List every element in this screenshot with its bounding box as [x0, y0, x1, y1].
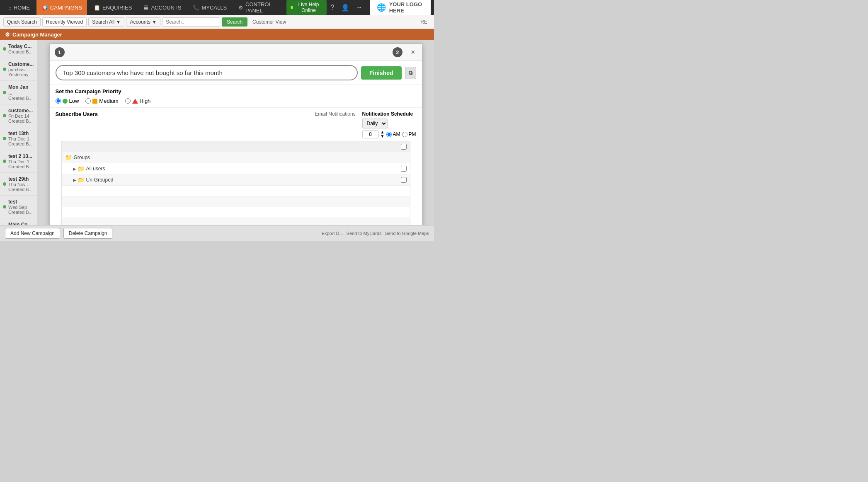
priority-low-option[interactable]: Low: [56, 98, 79, 104]
priority-high-option[interactable]: High: [125, 98, 151, 104]
user-button[interactable]: 👤: [339, 0, 352, 15]
priority-section-title: Set the Campaign Priority: [56, 88, 416, 94]
logout-button[interactable]: →: [354, 0, 365, 15]
campaign-item[interactable]: Custome... purchas... Yesterday: [0, 58, 37, 81]
campaign-title: Main Co...: [8, 222, 33, 225]
campaign-title: test 29th: [8, 176, 33, 182]
campaign-date: Yesterday: [8, 72, 33, 77]
time-down-arrow[interactable]: ▼: [381, 134, 385, 138]
campaign-item[interactable]: custome... Fri Dec 14 Created B...: [0, 104, 37, 127]
nav-campaigns[interactable]: 📢 CAMPAIGNS: [36, 0, 87, 15]
subscribe-title: Subscribe Users: [56, 111, 98, 117]
campaign-item[interactable]: Today C... Created B...: [0, 40, 37, 58]
tree-toggle[interactable]: ▶: [72, 166, 78, 172]
status-dot: [3, 91, 6, 94]
pm-option[interactable]: PM: [402, 131, 416, 137]
send-mycards-label: Send to MyCards: [347, 231, 382, 236]
tree-row-groups[interactable]: 📁 Groups: [62, 152, 410, 163]
cm-icon: ⚙: [5, 31, 10, 38]
help-button[interactable]: ?: [328, 0, 337, 15]
search-input[interactable]: [162, 17, 220, 27]
tree-row-all-users[interactable]: ▶ 📁 All users: [62, 163, 410, 174]
send-googlemaps-label: Send to Google Maps: [385, 231, 429, 236]
am-radio[interactable]: [386, 132, 392, 137]
mycalls-icon: 📞: [193, 5, 199, 11]
customer-view-link[interactable]: Customer View: [252, 19, 286, 25]
search-all-button[interactable]: Search All ▼: [88, 17, 124, 27]
medium-label: Medium: [99, 98, 118, 104]
campaign-title: Today C...: [8, 44, 33, 49]
campaign-item[interactable]: test Wed Sep Created B...: [0, 196, 37, 218]
delete-campaign-button[interactable]: Delete Campaign: [63, 228, 113, 239]
tree-row-ungrouped[interactable]: ▶ 📁 Un-Grouped: [62, 174, 410, 186]
pm-radio[interactable]: [402, 132, 407, 137]
modal-close-button[interactable]: ×: [409, 48, 417, 57]
priority-low-radio[interactable]: [56, 98, 61, 104]
app-container: ⌂ HOME 📢 CAMPAIGNS 📋 ENQUIRIES 🏛 ACCOUNT…: [0, 0, 434, 241]
medium-dot: [92, 99, 97, 104]
campaign-title: Mon Jan ...: [8, 84, 33, 96]
nav-home[interactable]: ⌂ HOME: [3, 0, 35, 15]
campaigns-left-panel: Today C... Created B... Custome... purch…: [0, 40, 37, 225]
recently-viewed-button[interactable]: Recently Viewed: [42, 17, 87, 27]
campaign-date: purchas...: [8, 67, 33, 72]
campaign-item[interactable]: Mon Jan ... Created B...: [0, 81, 37, 104]
content-area: Today C... Created B... Custome... purch…: [0, 40, 434, 225]
campaign-manager-header: ⚙ Campaign Manager: [0, 29, 434, 40]
tree-item-checkbox[interactable]: [401, 177, 407, 183]
notification-frequency-select[interactable]: Daily: [362, 119, 388, 128]
search-bar: Quick Search Recently Viewed Search All …: [0, 15, 434, 29]
campaign-title: test 2 13...: [8, 153, 33, 159]
priority-medium-radio[interactable]: [85, 98, 91, 104]
am-option[interactable]: AM: [386, 131, 400, 137]
tree-empty-row: [62, 207, 410, 218]
folder-icon: 📁: [78, 165, 85, 172]
add-campaign-button[interactable]: Add New Campaign: [5, 228, 60, 239]
priority-medium-option[interactable]: Medium: [85, 98, 118, 104]
campaign-date: Created B...: [8, 141, 33, 146]
export-label: Export D...: [322, 231, 343, 236]
tree-empty-row: [62, 196, 410, 207]
nav-accounts[interactable]: 🏛 ACCOUNTS: [138, 0, 186, 15]
nav-mycalls[interactable]: 📞 MYCALLS: [188, 0, 232, 15]
home-icon: ⌂: [8, 5, 12, 11]
live-help-button[interactable]: Live Help Online: [286, 0, 327, 15]
campaign-item[interactable]: test 13th Thu Dec 1 Created B...: [0, 127, 37, 150]
search-go-button[interactable]: Search: [222, 17, 247, 27]
copy-button[interactable]: ⧉: [405, 67, 416, 79]
status-dot: [3, 205, 6, 208]
priority-high-radio[interactable]: [125, 98, 131, 104]
control-panel-icon: ⚙: [238, 5, 243, 11]
campaign-date: Wed Sep: [8, 205, 33, 210]
top-nav: ⌂ HOME 📢 CAMPAIGNS 📋 ENQUIRIES 🏛 ACCOUNT…: [0, 0, 434, 15]
priority-section: Set the Campaign Priority Low Medium: [50, 85, 422, 107]
nav-control-panel[interactable]: ⚙ CONTROL PANEL: [233, 0, 283, 15]
campaigns-icon: 📢: [41, 5, 48, 11]
tree-item-label: Groups: [74, 155, 407, 160]
live-help-dot: [291, 6, 293, 9]
accounts-button[interactable]: Accounts ▼: [126, 17, 160, 27]
nav-enquiries[interactable]: 📋 ENQUIRIES: [89, 0, 137, 15]
tree-header-checkbox[interactable]: [401, 144, 407, 150]
status-dot: [3, 160, 6, 163]
campaign-date: Thu Dec 1: [8, 159, 33, 164]
campaign-item[interactable]: test 29th Thu Nov ... Created B...: [0, 173, 37, 196]
campaign-date: Created B...: [8, 210, 33, 215]
tree-empty-row: [62, 186, 410, 196]
low-dot: [63, 99, 68, 104]
time-row: ▲ ▼ AM PM: [362, 130, 416, 138]
campaign-name-input[interactable]: [56, 65, 358, 80]
campaign-date: Thu Dec 1: [8, 136, 33, 141]
time-input[interactable]: [362, 130, 379, 138]
tree-item-checkbox[interactable]: [401, 166, 407, 172]
finished-button[interactable]: Finished: [361, 66, 402, 80]
tree-toggle[interactable]: ▶: [72, 177, 78, 183]
tree-header-row: [62, 141, 410, 152]
campaign-item[interactable]: test 2 13... Thu Dec 1 Created B...: [0, 150, 37, 173]
users-tree: 📁 Groups ▶ 📁 All users: [61, 141, 410, 225]
campaign-item[interactable]: Main Co... shrinkin... Thu May Created B…: [0, 218, 37, 225]
quick-search-button[interactable]: Quick Search: [3, 17, 41, 27]
campaign-date: Thu Nov ...: [8, 182, 33, 187]
email-notifications-label: Email Notifications: [315, 111, 356, 117]
re-label: RE: [420, 19, 427, 25]
